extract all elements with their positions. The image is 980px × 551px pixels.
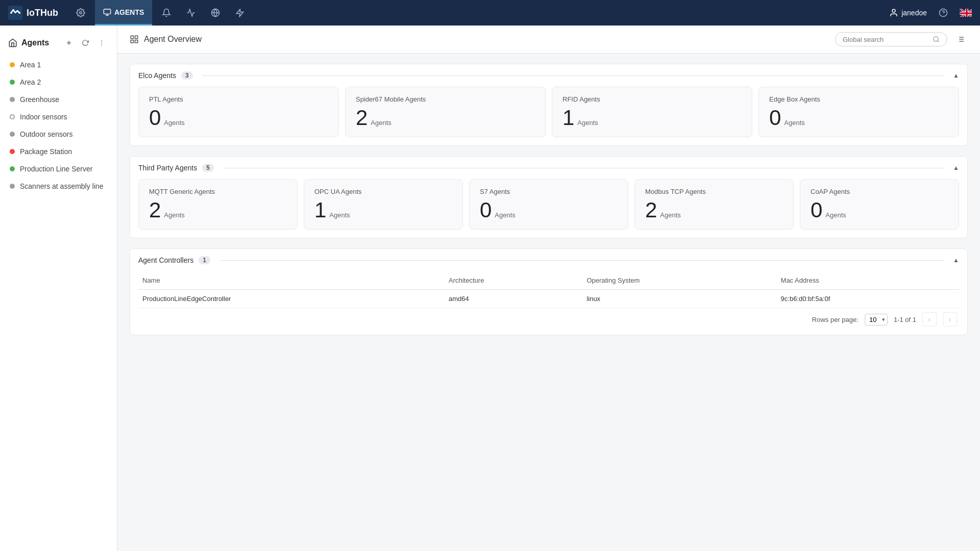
main-topbar: Agent Overview	[117, 26, 980, 54]
next-page-btn[interactable]: ›	[943, 312, 957, 327]
search-icon	[933, 35, 940, 43]
controllers-divider	[219, 260, 944, 261]
controllers-section-header[interactable]: Agent Controllers 1 ▲	[130, 249, 967, 271]
mqtt-count: 2	[149, 199, 161, 221]
overview-icon	[130, 35, 139, 44]
agents-nav-btn[interactable]: AGENTS	[95, 0, 152, 26]
chart-icon-btn[interactable]	[181, 3, 201, 23]
user-profile[interactable]: janedoe	[889, 8, 927, 17]
add-agent-btn[interactable]	[62, 36, 76, 50]
settings-icon-btn[interactable]	[70, 3, 91, 23]
coap-agents-card[interactable]: CoAP Agents 0 Agents	[800, 179, 959, 230]
topbar-right	[835, 32, 968, 46]
sidebar-item-outdoor[interactable]: Outdoor sensors	[0, 126, 117, 143]
sidebar-header: Agents	[0, 32, 117, 56]
mqtt-card-title: MQTT Generic Agents	[149, 188, 287, 195]
table-row[interactable]: ProductionLineEdgeController amd64 linux…	[138, 290, 959, 308]
prev-page-btn[interactable]: ‹	[922, 312, 937, 327]
sidebar-label-package: Package Station	[20, 147, 72, 156]
edgebox-agents-card[interactable]: Edge Box Agents 0 Agents	[758, 87, 959, 137]
sidebar-item-area2[interactable]: Area 2	[0, 73, 117, 91]
svg-point-14	[101, 42, 102, 43]
mqtt-count-row: 2 Agents	[149, 199, 287, 221]
spider67-label: Agents	[371, 119, 391, 127]
modbus-card-title: Modbus TCP Agents	[645, 188, 783, 195]
status-dot-package	[10, 149, 15, 154]
col-mac: Mac Address	[777, 271, 959, 290]
help-icon-btn[interactable]	[933, 3, 953, 23]
sidebar-label-indoor: Indoor sensors	[20, 113, 67, 121]
controllers-table-wrapper: Name Architecture Operating System Mac A…	[130, 271, 967, 335]
global-search-box[interactable]	[835, 32, 947, 46]
svg-point-13	[101, 40, 102, 41]
opcua-agents-card[interactable]: OPC UA Agents 1 Agents	[304, 179, 463, 230]
rfid-agents-card[interactable]: RFID Agents 1 Agents	[552, 87, 752, 137]
svg-point-20	[934, 37, 938, 41]
sidebar-actions	[62, 36, 109, 50]
elco-divider	[202, 76, 944, 76]
edgebox-card-title: Edge Box Agents	[769, 95, 948, 103]
svg-rect-19	[135, 40, 138, 43]
sidebar-title-text: Agents	[21, 38, 49, 47]
more-options-btn[interactable]	[94, 36, 109, 50]
lightning-icon-btn[interactable]	[230, 3, 250, 23]
edgebox-count-row: 0 Agents	[769, 107, 948, 129]
refresh-btn[interactable]	[78, 36, 92, 50]
search-input[interactable]	[843, 36, 928, 43]
third-party-section-header[interactable]: Third Party Agents 5 ▲	[130, 157, 967, 179]
modbus-agents-card[interactable]: Modbus TCP Agents 2 Agents	[634, 179, 794, 230]
elco-section-title: Elco Agents	[138, 71, 176, 80]
globe-icon-btn[interactable]	[205, 3, 226, 23]
sidebar-label-area2: Area 2	[20, 78, 41, 86]
opcua-card-title: OPC UA Agents	[314, 188, 452, 195]
spider67-agents-card[interactable]: Spider67 Mobile Agents 2 Agents	[345, 87, 546, 137]
list-view-btn[interactable]	[953, 32, 968, 46]
sidebar-item-package[interactable]: Package Station	[0, 143, 117, 160]
table-body: ProductionLineEdgeController amd64 linux…	[138, 290, 959, 308]
third-party-section-count: 5	[202, 164, 214, 172]
ptl-agents-card[interactable]: PTL Agents 0 Agents	[138, 87, 339, 137]
s7-label: Agents	[495, 211, 515, 219]
list-icon	[957, 35, 965, 43]
s7-agents-card[interactable]: S7 Agents 0 Agents	[469, 179, 628, 230]
coap-count-row: 0 Agents	[811, 199, 948, 221]
ptl-count: 0	[149, 107, 161, 129]
rows-per-page-select[interactable]: 10 25 50	[865, 314, 888, 325]
mqtt-label: Agents	[164, 211, 184, 219]
alerts-icon-btn[interactable]	[156, 3, 177, 23]
sidebar-item-production[interactable]: Production Line Server	[0, 160, 117, 178]
sidebar-item-area1[interactable]: Area 1	[0, 56, 117, 73]
sidebar-item-greenhouse[interactable]: Greenhouse	[0, 91, 117, 108]
language-flag[interactable]	[960, 9, 972, 17]
svg-rect-17	[135, 36, 138, 38]
opcua-count-row: 1 Agents	[314, 199, 452, 221]
edgebox-label: Agents	[784, 119, 804, 127]
rows-per-page-wrapper[interactable]: 10 25 50	[865, 314, 888, 325]
top-navigation: IoTHub AGENTS	[0, 0, 980, 26]
status-dot-indoor	[10, 114, 15, 119]
mqtt-agents-card[interactable]: MQTT Generic Agents 2 Agents	[138, 179, 298, 230]
sidebar-item-scanners[interactable]: Scanners at assembly line	[0, 178, 117, 195]
third-party-cards-grid: MQTT Generic Agents 2 Agents OPC UA Agen…	[130, 179, 967, 238]
svg-point-1	[10, 12, 12, 14]
controllers-chevron-icon: ▲	[953, 257, 959, 264]
home-icon	[8, 38, 17, 47]
content-area: Elco Agents 3 ▲ PTL Agents 0 Agents Spid	[117, 54, 980, 356]
elco-section-header[interactable]: Elco Agents 3 ▲	[130, 64, 967, 87]
edgebox-count: 0	[769, 107, 781, 129]
topnav-right-area: janedoe	[889, 3, 972, 23]
status-dot-production	[10, 166, 15, 171]
third-party-divider	[223, 168, 944, 168]
svg-point-7	[892, 9, 895, 12]
s7-count-row: 0 Agents	[480, 199, 618, 221]
svg-rect-4	[104, 9, 110, 14]
svg-line-21	[938, 41, 939, 42]
sidebar-label-scanners: Scanners at assembly line	[20, 182, 103, 190]
svg-point-3	[80, 12, 82, 14]
rfid-label: Agents	[577, 119, 598, 127]
main-layout: Agents Area 1 Area 2 G	[0, 26, 980, 551]
modbus-label: Agents	[660, 211, 680, 219]
third-party-chevron-icon: ▲	[953, 164, 959, 171]
elco-chevron-icon: ▲	[953, 72, 959, 79]
sidebar-item-indoor[interactable]: Indoor sensors	[0, 108, 117, 126]
